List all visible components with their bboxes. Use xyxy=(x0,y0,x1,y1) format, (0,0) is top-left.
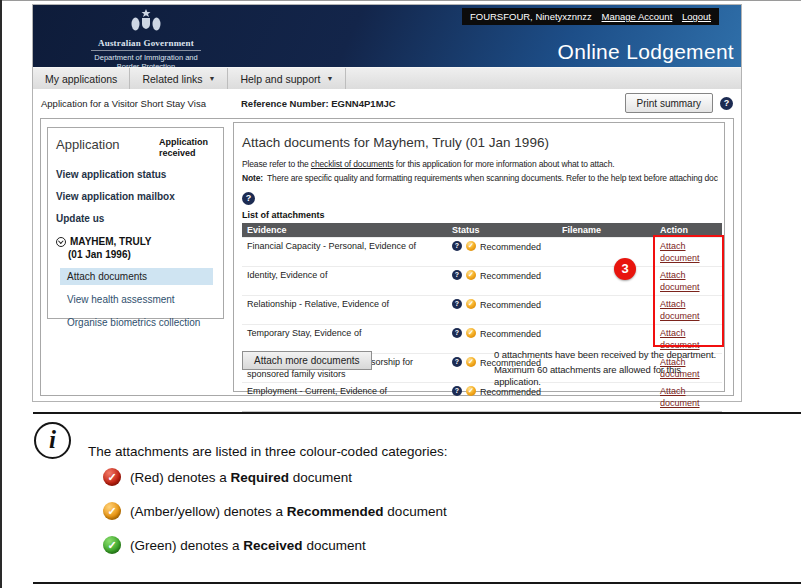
recommended-status-icon: ✓ xyxy=(466,328,476,338)
action-cell: Attach document xyxy=(655,238,722,266)
recommended-status-icon: ✓ xyxy=(466,357,476,367)
applicant-name: MAYHEM, TRULY xyxy=(70,236,152,247)
note-label: Note: xyxy=(242,173,263,183)
legend-item-recommended: ✓ (Amber/yellow) denotes a Recommended d… xyxy=(103,502,447,520)
intro-text-pre: Please refer to the xyxy=(242,159,311,169)
legend-text-post: document xyxy=(303,538,366,553)
menu-help-and-support[interactable]: Help and support ▼ xyxy=(228,68,346,89)
site-header: FOURSFOUR, Ninetyxznnzz Manage Account L… xyxy=(33,5,741,67)
attach-document-link[interactable]: Attach document xyxy=(660,299,700,321)
legend-text: (Green) denotes a Received document xyxy=(130,538,366,553)
column-header-filename: Filename xyxy=(557,223,655,237)
help-icon[interactable]: ? xyxy=(452,357,462,367)
legend-text-bold: Required xyxy=(231,470,290,485)
document-top-rule xyxy=(0,0,801,1)
recommended-status-icon: ✓ xyxy=(466,241,476,251)
reference-number: Reference Number: EGNN4P1MJC xyxy=(241,98,396,109)
sidebar-item-attach-documents[interactable]: Attach documents xyxy=(60,268,213,285)
info-note-section: i The attachments are listed in three co… xyxy=(33,420,773,580)
legend-text-pre: (Green) denotes a xyxy=(130,538,243,553)
info-intro-text: The attachments are listed in three colo… xyxy=(88,444,447,459)
help-icon[interactable]: ? xyxy=(452,270,462,280)
checklist-of-documents-link[interactable]: checklist of documents xyxy=(311,159,394,169)
action-cell: Attach document xyxy=(655,296,722,324)
status-label: Recommended xyxy=(480,241,541,253)
applicant-toggle[interactable]: MAYHEM, TRULY xyxy=(56,236,215,247)
legend-item-received: ✓ (Green) denotes a Received document xyxy=(103,536,447,554)
received-count-text: 0 attachments have been received by the … xyxy=(494,349,720,361)
column-header-status: Status xyxy=(447,223,557,237)
attach-document-link[interactable]: Attach document xyxy=(660,328,700,350)
application-type-title: Application for a Visitor Short Stay Vis… xyxy=(41,98,206,109)
recommended-status-icon: ✓ xyxy=(466,270,476,280)
breadcrumb-bar: Application for a Visitor Short Stay Vis… xyxy=(33,89,741,118)
legend-text-post: document xyxy=(384,504,447,519)
intro-paragraph: Please refer to the checklist of documen… xyxy=(242,159,718,169)
status-cell: ? ✓ Recommended xyxy=(447,267,557,295)
legend-text-pre: (Amber/yellow) denotes a xyxy=(130,504,287,519)
recommended-status-icon: ✓ xyxy=(466,386,476,396)
menu-my-applications[interactable]: My applications xyxy=(33,68,130,89)
annotation-step-3-badge: 3 xyxy=(614,258,636,280)
table-row: Relationship - Relative, Evidence of ? ✓… xyxy=(242,295,722,324)
evidence-cell: Temporary Stay, Evidence of xyxy=(242,325,447,353)
info-icon: i xyxy=(34,422,71,459)
legend-item-required: ✓ (Red) denotes a Required document xyxy=(103,468,447,486)
filename-cell xyxy=(557,267,655,295)
attach-document-link[interactable]: Attach document xyxy=(660,270,700,292)
status-cell: ? ✓ Recommended xyxy=(447,238,557,266)
sidebar-heading: Application xyxy=(56,137,120,158)
sidebar-item-view-application-mailbox[interactable]: View application mailbox xyxy=(56,191,215,202)
sidebar-item-organise-biometrics-collection[interactable]: Organise biometrics collection xyxy=(60,314,213,331)
reference-value: EGNN4P1MJC xyxy=(331,98,395,109)
table-header-row: Evidence Status Filename Action xyxy=(242,223,722,237)
attach-more-documents-button[interactable]: Attach more documents xyxy=(242,351,372,370)
help-icon[interactable]: ? xyxy=(242,192,255,205)
legend-text: (Red) denotes a Required document xyxy=(130,470,352,485)
menu-related-links[interactable]: Related links ▼ xyxy=(130,68,228,89)
recommended-status-icon: ✓ xyxy=(466,299,476,309)
action-cell: Attach document xyxy=(655,267,722,295)
legend-text-post: document xyxy=(289,470,352,485)
legend-text: (Amber/yellow) denotes a Recommended doc… xyxy=(130,504,447,519)
attach-document-link[interactable]: Attach document xyxy=(660,386,700,408)
logout-link[interactable]: Logout xyxy=(682,11,711,22)
sidebar-header: Application Application received xyxy=(56,137,215,158)
attach-document-link[interactable]: Attach document xyxy=(660,241,700,263)
evidence-cell: Identity, Evidence of xyxy=(242,267,447,295)
attach-documents-panel: Attach documents for Mayhem, Truly (01 J… xyxy=(233,122,725,392)
chevron-down-icon: ▼ xyxy=(209,75,216,82)
government-name: Australian Government xyxy=(91,38,201,51)
chevron-circle-icon xyxy=(56,237,66,247)
help-icon[interactable]: ? xyxy=(720,97,733,110)
evidence-cell: Employment - Current, Evidence of xyxy=(242,383,447,411)
note-help: ? xyxy=(242,187,718,205)
table-row: Financial Capacity - Personal, Evidence … xyxy=(242,237,722,266)
list-of-attachments-label: List of attachments xyxy=(242,210,718,220)
user-bar: FOURSFOUR, Ninetyxznnzz Manage Account L… xyxy=(462,8,719,25)
chevron-down-icon: ▼ xyxy=(326,75,333,82)
sidebar-item-view-health-assessment[interactable]: View health assessment xyxy=(60,291,213,308)
menu-label: Related links xyxy=(142,73,202,85)
filename-cell xyxy=(557,238,655,266)
application-sidebar: Application Application received View ap… xyxy=(47,127,224,319)
browser-screenshot: FOURSFOUR, Ninetyxznnzz Manage Account L… xyxy=(32,4,742,402)
column-header-action: Action xyxy=(655,223,722,237)
max-count-text: Maximum 60 attachments are allowed for t… xyxy=(494,364,720,388)
print-summary-button[interactable]: Print summary xyxy=(625,93,713,113)
page-title: Attach documents for Mayhem, Truly (01 J… xyxy=(242,135,718,150)
help-icon[interactable]: ? xyxy=(452,299,462,309)
recommended-amber-icon: ✓ xyxy=(103,502,121,520)
status-label: Recommended xyxy=(480,328,541,340)
coat-of-arms-icon xyxy=(129,9,163,33)
status-label: Recommended xyxy=(480,270,541,282)
reference-label: Reference Number: xyxy=(241,98,329,109)
required-red-icon: ✓ xyxy=(103,468,121,486)
help-icon[interactable]: ? xyxy=(452,328,462,338)
sidebar-item-view-application-status[interactable]: View application status xyxy=(56,169,215,180)
sidebar-item-update-us[interactable]: Update us xyxy=(56,213,215,224)
manage-account-link[interactable]: Manage Account xyxy=(602,11,673,22)
help-icon[interactable]: ? xyxy=(452,241,462,251)
help-icon[interactable]: ? xyxy=(452,386,462,396)
column-header-evidence: Evidence xyxy=(242,223,447,237)
